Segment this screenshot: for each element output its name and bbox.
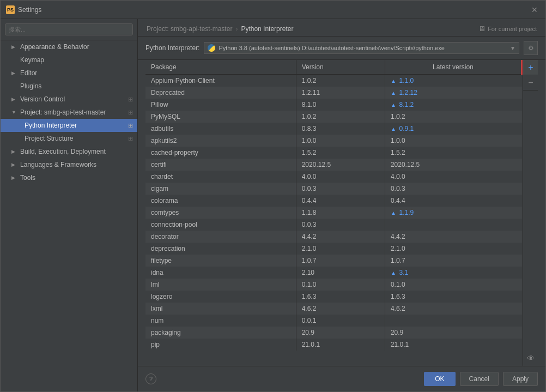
sidebar-item-plugins[interactable]: Plugins	[1, 80, 137, 93]
package-name: pip	[145, 339, 296, 351]
package-name: chardet	[145, 171, 296, 183]
table-row: filetype1.0.71.0.7	[145, 255, 522, 267]
col-version-header: Version	[296, 60, 385, 75]
expand-icon: ▶	[11, 149, 18, 154]
package-version: 0.4.4	[296, 195, 385, 207]
package-name: Pillow	[145, 99, 296, 111]
cancel-button[interactable]: Cancel	[460, 372, 499, 386]
table-row: lxml4.6.24.6.2	[145, 303, 522, 315]
package-latest-version: 4.4.2	[385, 231, 521, 243]
packages-table-scroll[interactable]: Package Version Latest version Appium-Py…	[145, 60, 523, 366]
package-name: comtypes	[145, 207, 296, 219]
sidebar-item-languages[interactable]: ▶ Languages & Frameworks	[1, 158, 137, 171]
breadcrumb-page: Python Interpreter	[241, 25, 293, 33]
package-latest-version: 1.6.3	[385, 291, 521, 303]
title-bar: PS Settings ✕	[1, 1, 545, 19]
sidebar-item-project[interactable]: ▼ Project: smbg-api-test-master ⊞	[1, 106, 137, 119]
package-version: 2.1.0	[296, 243, 385, 255]
sidebar: ▶ Appearance & Behavior Keymap ▶ Editor …	[1, 19, 138, 391]
package-latest-version: ▲ 1.2.12	[385, 87, 521, 99]
table-row: deprecation2.1.02.1.0	[145, 243, 522, 255]
sidebar-item-build[interactable]: ▶ Build, Execution, Deployment	[1, 145, 137, 158]
package-version: 1.1.8	[296, 207, 385, 219]
table-row: comtypes1.1.8▲ 1.1.9	[145, 207, 522, 219]
package-latest-version	[385, 219, 521, 231]
dropdown-arrow-icon: ▼	[510, 45, 515, 51]
interpreter-row: Python Interpreter: Python 3.8 (autotest…	[138, 37, 545, 60]
package-name: PyMySQL	[145, 111, 296, 123]
settings-window: PS Settings ✕ ▶ Appearance & Behavior Ke…	[0, 0, 546, 392]
package-version: 1.0.2	[296, 75, 385, 87]
footer: ? OK Cancel Apply	[138, 366, 545, 391]
package-version: 4.6.2	[296, 303, 385, 315]
package-latest-version: 1.0.2	[385, 111, 521, 123]
sidebar-search[interactable]	[1, 19, 137, 40]
interpreter-label: Python Interpreter:	[145, 44, 199, 52]
package-name: lxml	[145, 303, 296, 315]
spacer	[16, 136, 22, 141]
remove-package-button[interactable]: −	[523, 75, 538, 91]
sidebar-item-label: Version Control	[20, 95, 65, 103]
package-version: 2020.12.5	[296, 159, 385, 171]
apply-button[interactable]: Apply	[503, 372, 538, 386]
package-name: cigam	[145, 183, 296, 195]
table-area: Package Version Latest version Appium-Py…	[145, 60, 538, 366]
for-current-project: 🖥 For current project	[478, 25, 537, 33]
breadcrumb: Project: smbg-api-test-master › Python I…	[138, 19, 545, 37]
package-name: Appium-Python-Client	[145, 75, 296, 87]
table-row: adbutils0.8.3▲ 0.9.1	[145, 123, 522, 135]
sidebar-item-editor[interactable]: ▶ Editor	[1, 67, 137, 80]
sidebar-item-label: Python Interpreter	[25, 122, 77, 129]
spacer	[16, 123, 22, 128]
upgrade-arrow-icon: ▲	[391, 270, 398, 276]
show-details-button[interactable]: 👁	[523, 351, 538, 366]
package-latest-version: ▲ 8.1.2	[385, 99, 521, 111]
package-latest-version: ▲ 0.9.1	[385, 123, 521, 135]
table-row: apkutils21.0.01.0.0	[145, 135, 522, 147]
table-row: colorama0.4.40.4.4	[145, 195, 522, 207]
breadcrumb-separator: ›	[235, 25, 238, 33]
table-row: Appium-Python-Client1.0.2▲ 1.1.0	[145, 75, 522, 87]
package-version: 4.4.2	[296, 231, 385, 243]
package-latest-version: 4.0.0	[385, 171, 521, 183]
main-content: ▶ Appearance & Behavior Keymap ▶ Editor …	[1, 19, 545, 391]
expand-icon: ▶	[11, 175, 18, 180]
table-row: packaging20.920.9	[145, 327, 522, 339]
package-name: lml	[145, 279, 296, 291]
package-version: 0.1.0	[296, 279, 385, 291]
footer-left: ?	[145, 373, 156, 384]
add-package-button[interactable]: +	[523, 60, 538, 75]
close-button[interactable]: ✕	[529, 4, 540, 15]
col-latest-header: Latest version	[385, 60, 521, 75]
sidebar-item-python-interpreter[interactable]: Python Interpreter ⊞	[1, 119, 137, 132]
ok-button[interactable]: OK	[424, 372, 455, 386]
spacer	[11, 83, 18, 89]
interpreter-gear-button[interactable]: ⚙	[524, 41, 538, 55]
search-input[interactable]	[5, 23, 133, 35]
table-row: num0.0.1	[145, 315, 522, 327]
interpreter-value: Python 3.8 (autotest-sentinels) D:\autot…	[219, 45, 507, 51]
package-name: idna	[145, 267, 296, 279]
sidebar-item-project-structure[interactable]: Project Structure ⊞	[1, 132, 137, 145]
package-latest-version: ▲ 1.1.0	[385, 75, 521, 87]
python-icon	[208, 44, 215, 52]
upgrade-arrow-icon: ▲	[391, 90, 398, 96]
package-version: 21.0.1	[296, 339, 385, 351]
sidebar-item-keymap[interactable]: Keymap	[1, 53, 137, 67]
package-name: certifi	[145, 159, 296, 171]
sidebar-item-appearance[interactable]: ▶ Appearance & Behavior	[1, 40, 137, 53]
sidebar-item-label: Build, Execution, Deployment	[20, 148, 106, 155]
interpreter-select-box[interactable]: Python 3.8 (autotest-sentinels) D:\autot…	[204, 42, 519, 54]
package-latest-version: 1.0.0	[385, 135, 521, 147]
sidebar-item-tools[interactable]: ▶ Tools	[1, 171, 137, 184]
ps-icon: ⊞	[128, 135, 133, 142]
sidebar-item-label: Project Structure	[25, 135, 73, 142]
help-button[interactable]: ?	[145, 373, 156, 384]
sidebar-item-version-control[interactable]: ▶ Version Control ⊞	[1, 93, 137, 106]
table-row: connection-pool0.0.3	[145, 219, 522, 231]
package-name: apkutils2	[145, 135, 296, 147]
package-latest-version: 0.0.3	[385, 183, 521, 195]
package-latest-version: 0.4.4	[385, 195, 521, 207]
package-name: Deprecated	[145, 87, 296, 99]
sidebar-item-label: Project: smbg-api-test-master	[20, 108, 106, 116]
